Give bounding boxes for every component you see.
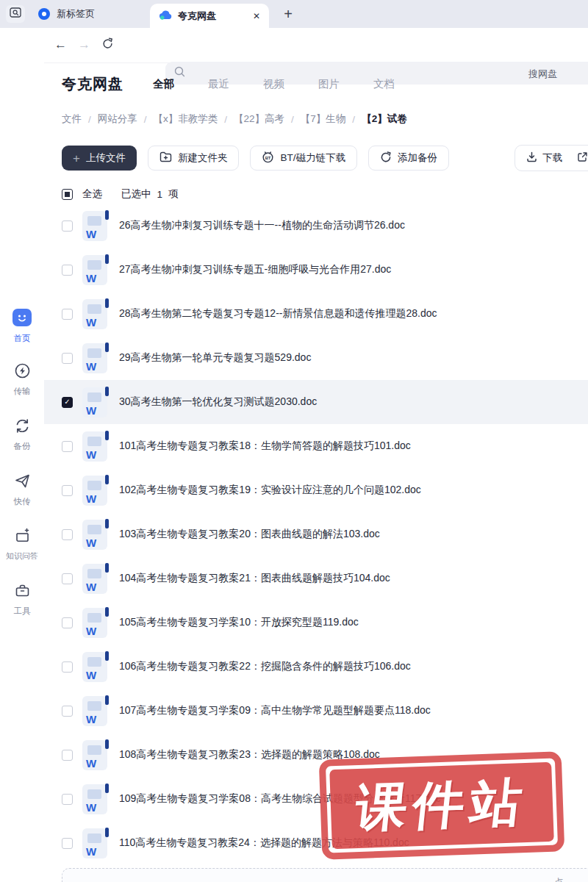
quark-logo-icon <box>38 8 50 20</box>
file-row[interactable]: W 28高考生物第二轮专题复习专题12--新情景信息题和遗传推理题28.doc <box>44 292 588 336</box>
file-name[interactable]: 105高考生物专题复习学案10：开放探究型题119.doc <box>119 616 359 629</box>
select-all-checkbox[interactable] <box>62 189 73 200</box>
file-checkbox[interactable] <box>62 265 73 276</box>
tab-videos[interactable]: 视频 <box>263 77 284 91</box>
load-more-panel: 点 <box>62 868 588 882</box>
file-checkbox[interactable] <box>62 838 73 849</box>
file-checkbox[interactable] <box>62 706 73 717</box>
breadcrumb-item[interactable]: 【7】生物 <box>301 112 346 126</box>
word-doc-icon: W <box>82 696 107 726</box>
file-checkbox[interactable] <box>62 750 73 761</box>
bt-magnet-download-button[interactable]: BT BT/磁力链下载 <box>250 146 357 171</box>
sidebar-label: 工具 <box>14 606 31 617</box>
file-checkbox[interactable] <box>62 662 73 673</box>
file-row[interactable]: W 26高考生物冲刺复习训练专题十一--植物的生命活动调节26.doc <box>44 204 588 248</box>
window-search-icon <box>10 7 21 21</box>
file-row[interactable]: W 103高考生物专题复习教案20：图表曲线题的解法103.doc <box>44 512 588 556</box>
download-icon <box>526 151 537 165</box>
upload-file-label: 上传文件 <box>86 151 126 165</box>
select-all-label[interactable]: 全选 <box>82 187 102 201</box>
breadcrumb-item[interactable]: 文件 <box>62 112 82 126</box>
sidebar-item-transfer[interactable]: 传输 <box>0 362 44 397</box>
file-checkbox[interactable]: ✓ <box>62 397 73 408</box>
word-doc-icon: W <box>82 211 107 241</box>
file-row[interactable]: W 27高考生物冲刺复习训练专题五-细胞呼吸与光合作用27.doc <box>44 248 588 292</box>
breadcrumb-item-current[interactable]: 【2】试卷 <box>362 112 407 126</box>
workspace-button[interactable] <box>6 5 25 23</box>
reload-icon[interactable] <box>101 37 114 54</box>
file-row[interactable]: W 107高考生物专题复习学案09：高中生物学常见题型解题要点118.doc <box>44 689 588 733</box>
share-icon <box>577 151 588 165</box>
breadcrumb-separator: / <box>352 114 355 125</box>
folder-plus-icon <box>159 151 172 165</box>
file-row[interactable]: W 104高考生物专题复习教案21：图表曲线题解题技巧104.doc <box>44 556 588 600</box>
file-name[interactable]: 29高考生物第一轮单元专题复习题529.doc <box>119 351 311 365</box>
upload-file-button[interactable]: + 上传文件 <box>62 146 137 171</box>
sidebar-label: 快传 <box>14 496 31 507</box>
share-button[interactable]: 分享 <box>577 151 588 165</box>
watermark-stamp: 课件站 <box>319 751 565 859</box>
sidebar-label: 备份 <box>14 441 31 452</box>
file-checkbox[interactable] <box>62 573 73 584</box>
selection-actions-group: 下载 分享 <box>514 145 588 171</box>
load-more-hint[interactable]: 点 <box>554 876 564 882</box>
file-name[interactable]: 103高考生物专题复习教案20：图表曲线题的解法103.doc <box>119 528 380 541</box>
file-name[interactable]: 104高考生物专题复习教案21：图表曲线题解题技巧104.doc <box>119 572 390 585</box>
qa-box-icon <box>14 527 31 547</box>
file-row[interactable]: W 29高考生物第一轮单元专题复习题529.doc <box>44 336 588 380</box>
file-checkbox[interactable] <box>62 309 73 320</box>
sidebar-item-home[interactable]: 首页 <box>0 309 44 344</box>
file-checkbox[interactable] <box>62 794 73 805</box>
file-name[interactable]: 107高考生物专题复习学案09：高中生物学常见题型解题要点118.doc <box>119 704 431 717</box>
file-checkbox[interactable] <box>62 529 73 540</box>
add-backup-button[interactable]: 添加备份 <box>368 146 449 171</box>
breadcrumb-separator: / <box>224 114 227 125</box>
download-button[interactable]: 下载 <box>526 151 562 165</box>
new-tab-icon[interactable]: + <box>278 4 298 24</box>
sidebar-item-tools[interactable]: 工具 <box>0 582 44 617</box>
file-name[interactable]: 27高考生物冲刺复习训练专题五-细胞呼吸与光合作用27.doc <box>119 263 391 276</box>
toolbox-icon <box>14 582 31 602</box>
breadcrumb: 文件 / 网站分享 / 【x】非教学类 / 【22】高考 / 【7】生物 / 【… <box>44 112 588 126</box>
file-row[interactable]: ✓ W 30高考生物第一轮优化复习测试题2030.doc <box>44 380 588 424</box>
file-checkbox[interactable] <box>62 617 73 628</box>
download-label: 下载 <box>542 151 562 165</box>
file-name[interactable]: 30高考生物第一轮优化复习测试题2030.doc <box>119 395 317 409</box>
file-row[interactable]: W 101高考生物专题复习教案18：生物学简答题的解题技巧101.doc <box>44 424 588 468</box>
browser-tab-newtab[interactable]: 新标签页 <box>31 0 102 28</box>
tab-docs[interactable]: 文档 <box>373 77 395 91</box>
file-name[interactable]: 26高考生物冲刺复习训练专题十一--植物的生命活动调节26.doc <box>119 219 405 232</box>
sidebar-label: 知识问答 <box>6 551 38 562</box>
file-checkbox[interactable] <box>62 441 73 452</box>
breadcrumb-item[interactable]: 【22】高考 <box>234 112 284 126</box>
tab-recent[interactable]: 最近 <box>208 77 229 91</box>
word-doc-icon: W <box>82 784 107 814</box>
tab-images[interactable]: 图片 <box>318 77 340 91</box>
new-folder-label: 新建文件夹 <box>178 151 228 165</box>
word-doc-icon: W <box>82 343 107 373</box>
sidebar-item-backup[interactable]: 备份 <box>0 417 44 452</box>
file-name[interactable]: 28高考生物第二轮专题复习专题12--新情景信息题和遗传推理题28.doc <box>119 307 437 320</box>
file-row[interactable]: W 105高考生物专题复习学案10：开放探究型题119.doc <box>44 600 588 645</box>
browser-tab-quark-drive[interactable]: 夸克网盘 ✕ <box>150 4 269 28</box>
file-name[interactable]: 101高考生物专题复习教案18：生物学简答题的解题技巧101.doc <box>119 440 411 453</box>
file-checkbox[interactable] <box>62 353 73 364</box>
back-icon[interactable]: ← <box>54 37 67 53</box>
word-doc-icon: W <box>82 476 107 506</box>
file-row[interactable]: W 106高考生物专题复习教案22：挖掘隐含条件的解题技巧106.doc <box>44 645 588 689</box>
file-name[interactable]: 102高考生物专题复习教案19：实验设计应注意的几个问题102.doc <box>119 484 421 497</box>
file-checkbox[interactable] <box>62 485 73 496</box>
file-checkbox[interactable] <box>62 220 73 232</box>
add-backup-label: 添加备份 <box>398 151 437 165</box>
sidebar-item-quick-transfer[interactable]: 快传 <box>0 473 44 507</box>
tab-all[interactable]: 全部 <box>153 77 174 91</box>
sidebar-item-knowledge-qa[interactable]: 知识问答 <box>0 527 44 562</box>
breadcrumb-item[interactable]: 网站分享 <box>98 112 137 126</box>
close-icon[interactable]: ✕ <box>253 11 260 21</box>
breadcrumb-separator: / <box>144 114 147 125</box>
file-name[interactable]: 106高考生物专题复习教案22：挖掘隐含条件的解题技巧106.doc <box>119 660 411 673</box>
category-tabs: 全部 最近 视频 图片 文档 <box>153 77 395 91</box>
new-folder-button[interactable]: 新建文件夹 <box>148 146 240 171</box>
breadcrumb-item[interactable]: 【x】非教学类 <box>154 112 218 126</box>
file-row[interactable]: W 102高考生物专题复习教案19：实验设计应注意的几个问题102.doc <box>44 468 588 512</box>
